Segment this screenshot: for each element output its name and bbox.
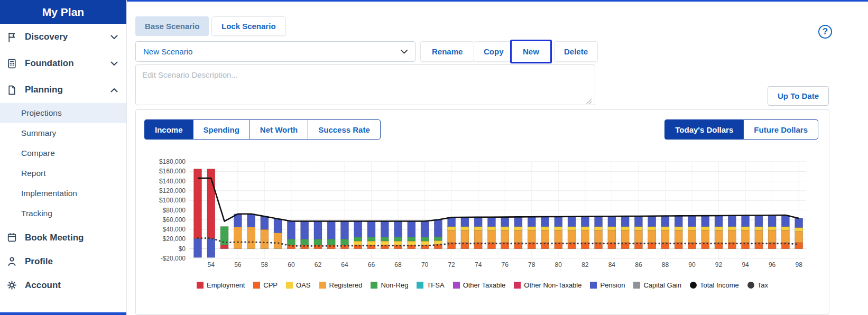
new-button[interactable]: New bbox=[510, 40, 552, 63]
sidebar-title: My Plan bbox=[0, 0, 126, 24]
legend-swatch bbox=[371, 282, 377, 289]
legend-item-other_nontaxable[interactable]: Other Non-Taxable bbox=[514, 281, 581, 289]
tab-spending[interactable]: Spending bbox=[193, 119, 250, 140]
svg-text:$0: $0 bbox=[179, 245, 186, 253]
legend-item-other_taxable[interactable]: Other Taxable bbox=[453, 281, 506, 289]
svg-text:$120,000: $120,000 bbox=[159, 187, 186, 194]
svg-text:90: 90 bbox=[688, 261, 696, 268]
legend-label: Other Non-Taxable bbox=[524, 281, 581, 289]
legend-item-nonreg[interactable]: Non-Reg bbox=[371, 281, 408, 289]
sidebar-subitem-compare[interactable]: Compare bbox=[0, 143, 126, 163]
legend-swatch bbox=[514, 282, 521, 289]
tab-success-rate[interactable]: Success Rate bbox=[308, 119, 381, 140]
calculator-icon bbox=[6, 58, 18, 69]
svg-text:62: 62 bbox=[315, 261, 322, 268]
tab-lock-scenario[interactable]: Lock Scenario bbox=[211, 16, 286, 36]
legend-item-capital_gain[interactable]: Capital Gain bbox=[633, 281, 681, 289]
legend-item-tfsa[interactable]: TFSA bbox=[417, 281, 444, 289]
chart-legend: EmploymentCPPOASRegisteredNon-RegTFSAOth… bbox=[136, 281, 829, 289]
sidebar-bottom-accent bbox=[0, 312, 126, 315]
legend-item-oas[interactable]: OAS bbox=[286, 281, 310, 289]
sidebar-item-planning[interactable]: Planning bbox=[0, 77, 126, 103]
legend-item-employment[interactable]: Employment bbox=[197, 281, 245, 289]
legend-item-registered[interactable]: Registered bbox=[319, 281, 363, 289]
main-content: Base Scenario Lock Scenario ? New Scenar… bbox=[127, 0, 868, 315]
svg-text:54: 54 bbox=[208, 261, 215, 268]
svg-text:$20,000: $20,000 bbox=[163, 235, 186, 243]
document-icon bbox=[6, 84, 18, 96]
calendar-icon bbox=[6, 232, 18, 244]
delete-button[interactable]: Delete bbox=[554, 41, 598, 62]
sidebar-item-profile[interactable]: Profile bbox=[0, 249, 126, 273]
chart-view-tabs: Income Spending Net Worth Success Rate bbox=[144, 119, 381, 140]
svg-text:60: 60 bbox=[288, 261, 295, 268]
svg-text:78: 78 bbox=[528, 261, 535, 268]
scenario-select-value: New Scenario bbox=[143, 47, 192, 56]
dollar-toggle-tabs: Today's Dollars Future Dollars bbox=[664, 119, 818, 140]
sidebar: My Plan Discovery Foundation Planning Pr… bbox=[0, 0, 127, 315]
sidebar-subitem-summary[interactable]: Summary bbox=[0, 123, 126, 143]
legend-label: CPP bbox=[263, 281, 278, 289]
legend-label: Non-Reg bbox=[381, 281, 408, 289]
svg-text:96: 96 bbox=[769, 261, 776, 268]
svg-text:58: 58 bbox=[261, 261, 269, 268]
svg-text:$40,000: $40,000 bbox=[163, 226, 186, 233]
chart-panel: Income Spending Net Worth Success Rate T… bbox=[135, 109, 829, 315]
copy-button[interactable]: Copy bbox=[474, 41, 514, 62]
legend-item-tax[interactable]: Tax bbox=[747, 281, 768, 289]
svg-text:88: 88 bbox=[662, 261, 669, 268]
sidebar-item-label: Profile bbox=[25, 256, 53, 267]
resize-handle-icon[interactable] bbox=[586, 97, 592, 104]
sidebar-item-label: Account bbox=[25, 280, 61, 291]
legend-label: Registered bbox=[329, 281, 363, 289]
sidebar-item-label: Book Meeting bbox=[25, 233, 84, 243]
svg-text:66: 66 bbox=[368, 261, 375, 268]
chevron-down-icon bbox=[401, 50, 408, 54]
sidebar-subitem-tracking[interactable]: Tracking bbox=[0, 203, 126, 224]
person-icon bbox=[6, 256, 18, 267]
chevron-up-icon bbox=[110, 88, 118, 92]
legend-swatch bbox=[319, 282, 326, 289]
svg-text:80: 80 bbox=[555, 261, 562, 268]
rename-button[interactable]: Rename bbox=[420, 41, 474, 62]
svg-text:-$20,000: -$20,000 bbox=[161, 255, 186, 262]
sidebar-item-account[interactable]: Account bbox=[0, 273, 126, 297]
svg-text:70: 70 bbox=[421, 261, 429, 268]
tab-income[interactable]: Income bbox=[144, 119, 193, 140]
legend-label: Other Taxable bbox=[463, 281, 506, 289]
tab-todays-dollars[interactable]: Today's Dollars bbox=[664, 119, 744, 140]
sidebar-item-label: Planning bbox=[25, 85, 63, 95]
sidebar-subitem-projections[interactable]: Projections bbox=[0, 103, 126, 123]
up-to-date-button[interactable]: Up To Date bbox=[768, 86, 829, 106]
legend-item-total_income[interactable]: Total Income bbox=[690, 281, 739, 289]
flag-icon bbox=[6, 31, 18, 43]
svg-text:84: 84 bbox=[608, 261, 616, 268]
legend-item-cpp[interactable]: CPP bbox=[253, 281, 278, 289]
sidebar-item-book-meeting[interactable]: Book Meeting bbox=[0, 226, 126, 249]
help-icon[interactable]: ? bbox=[818, 25, 832, 39]
sidebar-subitem-implementation[interactable]: Implementation bbox=[0, 183, 126, 203]
tab-future-dollars[interactable]: Future Dollars bbox=[743, 119, 818, 140]
svg-text:82: 82 bbox=[581, 261, 589, 268]
tab-base-scenario[interactable]: Base Scenario bbox=[135, 16, 209, 36]
sidebar-item-discovery[interactable]: Discovery bbox=[0, 24, 126, 50]
svg-text:$80,000: $80,000 bbox=[163, 207, 186, 214]
sidebar-subitem-report[interactable]: Report bbox=[0, 163, 126, 183]
svg-text:98: 98 bbox=[795, 261, 802, 268]
tab-net-worth[interactable]: Net Worth bbox=[250, 119, 308, 140]
svg-text:68: 68 bbox=[394, 261, 402, 268]
svg-text:$100,000: $100,000 bbox=[159, 197, 186, 204]
legend-label: Capital Gain bbox=[643, 281, 681, 289]
svg-text:74: 74 bbox=[475, 261, 482, 268]
legend-item-pension[interactable]: Pension bbox=[590, 281, 625, 289]
svg-text:56: 56 bbox=[234, 261, 242, 268]
svg-text:$160,000: $160,000 bbox=[159, 168, 186, 175]
legend-swatch bbox=[690, 282, 697, 289]
legend-swatch bbox=[747, 282, 754, 289]
scenario-description-input[interactable] bbox=[135, 64, 595, 105]
svg-text:$140,000: $140,000 bbox=[159, 178, 186, 185]
sidebar-item-foundation[interactable]: Foundation bbox=[0, 50, 126, 77]
legend-swatch bbox=[286, 282, 293, 289]
scenario-select[interactable]: New Scenario bbox=[135, 41, 415, 62]
legend-label: Tax bbox=[758, 281, 768, 289]
